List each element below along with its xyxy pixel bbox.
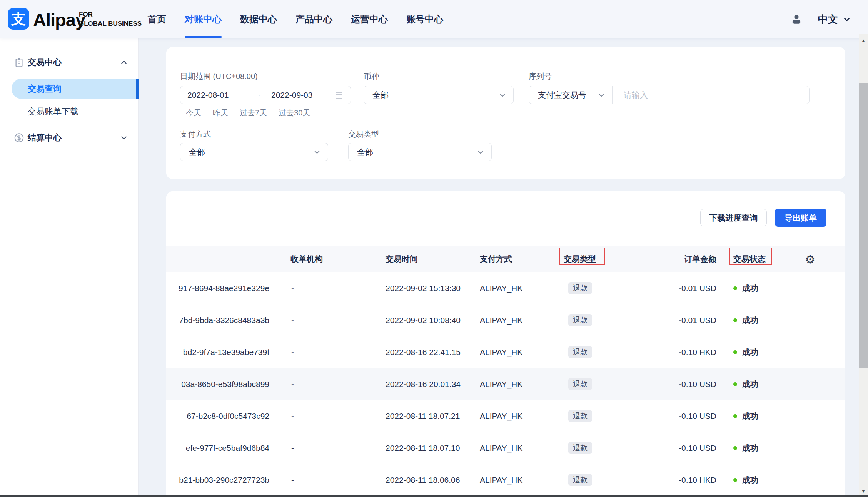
payment-method-select[interactable]: 全部 [180,143,328,161]
cell-transaction-type: 退款 [568,464,592,496]
user-avatar-icon[interactable] [790,13,803,25]
currency-value: 全部 [372,90,389,100]
status-success-dot-icon [733,478,737,482]
topnav-item[interactable]: 运营中心 [351,0,388,38]
export-bill-button[interactable]: 导出账单 [775,209,826,227]
table-row[interactable]: 03a-8650-e53f98abc899 - 2022-08-16 20:01… [166,368,845,400]
scrollbar-thumb[interactable] [859,83,868,368]
tagline-line2: GLOBAL BUSINESS [79,19,142,28]
chevron-down-icon [598,91,605,99]
table-row[interactable]: efe-977f-ce5baf9d6b84 - 2022-08-11 18:07… [166,432,845,464]
dollar-circle-icon [14,133,24,143]
table-row[interactable]: b21-bb03-290c2727723b - 2022-08-11 18:06… [166,464,845,495]
status-success-dot-icon [733,446,737,450]
column-header-method[interactable]: 支付方式 [480,246,512,272]
alipay-logo-glyph: 支 [11,9,26,29]
date-quick-link[interactable]: 今天 [186,108,201,118]
scroll-down-arrow-icon[interactable]: ▼ [859,488,868,494]
cell-transaction-status: 成功 [733,336,758,368]
cell-order-amount: -0.10 HKD [679,336,716,368]
topnav-item[interactable]: 数据中心 [240,0,277,38]
cell-transaction-status: 成功 [733,368,758,400]
chevron-down-icon [313,148,321,156]
status-success-dot-icon [733,414,737,418]
cell-acquirer: - [291,432,294,464]
date-quick-link[interactable]: 过去30天 [279,108,310,118]
date-quick-link[interactable]: 昨天 [213,108,228,118]
topnav-item[interactable]: 对账中心 [185,0,222,38]
topnav-item[interactable]: 账号中心 [406,0,443,38]
topnav-item-label: 产品中心 [295,13,332,25]
cell-acquirer: - [291,368,294,400]
refund-badge: 退款 [568,314,592,326]
cell-order-amount: -0.10 USD [679,432,716,464]
horizontal-scrollbar-edge[interactable] [0,495,868,497]
column-header-acquirer[interactable]: 收单机构 [290,246,323,272]
alipay-global-console: 支 Alipay FOR GLOBAL BUSINESS 首页 对账中心 数据中… [0,0,868,497]
sidebar-group-label: 结算中心 [28,132,62,144]
refund-badge: 退款 [568,410,592,422]
topnav-item[interactable]: 首页 [148,0,166,38]
sidebar-group-settlement-center[interactable]: 结算中心 [0,128,139,148]
cell-transaction-id: efe-977f-ce5baf9d6b84 [166,432,269,464]
alipay-logo-icon: 支 [8,8,29,30]
sidebar-group-transaction-center[interactable]: 交易中心 [0,52,139,72]
column-settings-gear-icon[interactable]: ⚙ [805,246,815,272]
payment-method-value: 全部 [189,147,205,157]
download-progress-button[interactable]: 下载进度查询 [700,209,767,226]
date-range-picker[interactable]: 2022-08-01 ~ 2022-09-03 [180,86,351,104]
cell-transaction-time: 2022-08-16 20:01:34 [386,368,461,400]
topnav-item[interactable]: 产品中心 [295,0,332,38]
cell-transaction-status: 成功 [733,272,758,304]
table-body: 917-8694-88ae291e329e - 2022-09-02 15:13… [166,272,845,495]
topnav-item-label: 账号中心 [406,13,443,25]
language-label: 中文 [818,13,838,26]
date-separator: ~ [256,90,260,100]
language-switcher[interactable]: 中文 [818,13,851,26]
refund-badge: 退款 [568,346,592,358]
date-quick-link[interactable]: 过去7天 [240,108,267,118]
date-end-value: 2022-09-03 [271,90,312,100]
scroll-up-arrow-icon[interactable]: ▲ [859,38,868,44]
cell-transaction-time: 2022-08-16 22:41:15 [386,336,461,368]
currency-select[interactable]: 全部 [364,86,514,104]
date-start-value: 2022-08-01 [187,90,229,100]
column-header-amount[interactable]: 订单金额 [684,246,716,272]
sidebar-active-accent-bar [136,79,139,99]
chevron-down-icon [477,148,484,156]
cell-payment-method: ALIPAY_HK [480,304,522,336]
status-label: 成功 [742,411,758,422]
chevron-down-icon [843,15,851,23]
table-row[interactable]: 7bd-9bda-3326c8483a3b - 2022-09-02 10:08… [166,304,845,336]
logo-tagline: FOR GLOBAL BUSINESS [79,10,142,28]
date-quick-links: 今天昨天过去7天过去30天 [186,108,310,118]
sidebar-item-label: 交易查询 [28,83,62,95]
table-row[interactable]: 67-b2c8-0df0c5473c92 - 2022-08-11 18:07:… [166,400,845,432]
cell-transaction-status: 成功 [733,464,758,496]
cell-transaction-id: 67-b2c8-0df0c5473c92 [166,400,269,432]
clipboard-icon [14,57,24,68]
table-row[interactable]: 917-8694-88ae291e329e - 2022-09-02 15:13… [166,272,845,304]
cell-transaction-type: 退款 [568,304,592,336]
status-success-dot-icon [733,382,737,386]
refund-badge: 退款 [568,378,592,390]
serial-number-input[interactable] [618,87,802,103]
sidebar-item-bill-download[interactable]: 交易账单下载 [28,106,78,117]
sidebar-item-transaction-query[interactable]: 交易查询 [12,79,136,99]
column-header-time[interactable]: 交易时间 [386,246,418,272]
refund-badge: 退款 [568,474,592,486]
transaction-type-highlight-box [559,248,605,265]
topbar: 支 Alipay FOR GLOBAL BUSINESS 首页 对账中心 数据中… [0,0,868,38]
status-success-dot-icon [733,350,737,354]
cell-order-amount: -0.10 USD [679,400,716,432]
serial-type-value[interactable]: 支付宝交易号 [538,90,586,100]
transaction-type-select[interactable]: 全部 [348,143,492,161]
tagline-line1: FOR [79,10,142,19]
vertical-scrollbar[interactable]: ▲ ▼ [859,34,868,497]
table-row[interactable]: bd2-9f7a-13e39abe739f - 2022-08-16 22:41… [166,336,845,368]
chevron-down-icon [499,91,506,99]
cell-transaction-status: 成功 [733,432,758,464]
cell-transaction-id: 7bd-9bda-3326c8483a3b [166,304,269,336]
status-label: 成功 [742,379,758,390]
cell-transaction-status: 成功 [733,304,758,336]
